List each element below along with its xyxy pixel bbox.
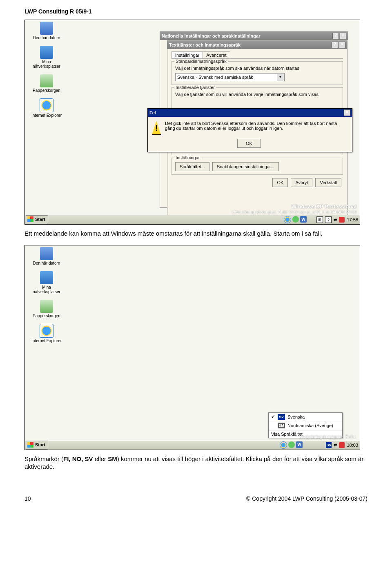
tab-settings[interactable]: Inställningar bbox=[172, 51, 203, 58]
icon-label: Internet Explorer bbox=[28, 339, 65, 343]
desktop-icon-computer[interactable]: Den här datorn bbox=[28, 22, 65, 40]
menu-label: Visa Språkfältet bbox=[271, 432, 303, 437]
check-icon: ✔ bbox=[271, 414, 276, 419]
icon-label: Papperskorgen bbox=[28, 88, 65, 93]
network-icon bbox=[40, 46, 53, 59]
network-icon bbox=[40, 271, 53, 284]
lang-badge-sv: SV bbox=[278, 414, 285, 420]
icon-label: Den här datorn bbox=[28, 36, 65, 40]
copyright: © Copyright 2004 LWP Consulting (2005-03… bbox=[246, 495, 368, 502]
bin-icon bbox=[40, 74, 53, 87]
watermark-sub: Utvärderingsexemplar. Build. bbox=[299, 434, 356, 439]
desktop-icon-ie[interactable]: Internet Explorer bbox=[28, 98, 65, 118]
lang-badge-sm: SM bbox=[278, 423, 285, 428]
desktop-icon-network[interactable]: Mina nätverksplatser bbox=[28, 271, 65, 294]
taskbar[interactable]: Start W ⊞ ? ⇄ 17:58 bbox=[25, 215, 360, 224]
computer-icon bbox=[40, 247, 53, 260]
tray-icon[interactable]: ? bbox=[325, 216, 332, 223]
desktop-icon-bin[interactable]: Papperskorgen bbox=[28, 300, 65, 318]
tab-advanced[interactable]: Avancerat bbox=[203, 51, 230, 58]
ie-icon bbox=[40, 98, 53, 112]
computer-icon bbox=[40, 22, 53, 35]
apply-button[interactable]: Verkställ bbox=[315, 178, 341, 187]
legend-installed: Installerade tjänster bbox=[174, 85, 216, 90]
start-button[interactable]: Start bbox=[26, 441, 48, 450]
paragraph-2: Språkmarkör (FI, NO, SV eller SM) kommer… bbox=[24, 455, 368, 471]
tray-icon[interactable]: ⇄ bbox=[334, 443, 337, 447]
tray-icon[interactable] bbox=[288, 441, 295, 448]
desktop-icon-network[interactable]: Mina nätverksplatser bbox=[28, 46, 65, 69]
cancel-button[interactable]: Avbryt bbox=[291, 178, 312, 187]
watermark-title: Windows XP Professional bbox=[232, 203, 356, 209]
watermark-sub: Utvärderingsexemplar. Build 2600.xpsp_sp… bbox=[232, 209, 356, 214]
taskbar[interactable]: Start W SV ⇄ 18:03 bbox=[25, 440, 360, 450]
shield-icon[interactable] bbox=[339, 217, 345, 223]
tray-clock: 17:58 bbox=[347, 217, 358, 222]
language-bar-button[interactable]: Språkfältet... bbox=[175, 162, 209, 171]
watermark: Windows XP Professional Utvärderingsexem… bbox=[232, 203, 356, 214]
window-title: Texttjänster och inmatningsspråk bbox=[169, 42, 241, 47]
shortcut-settings-button[interactable]: Snabbtangentsinställningar... bbox=[212, 162, 279, 171]
default-language-combo[interactable]: Svenska - Svensk med samiska språk ▾ bbox=[175, 73, 285, 81]
shield-icon[interactable] bbox=[339, 442, 345, 448]
screenshot-1: Den här datorn Mina nätverksplatser Papp… bbox=[24, 20, 360, 225]
ok-button[interactable]: OK bbox=[272, 178, 288, 187]
installed-desc: Välj de tjänster som du vill använda för… bbox=[175, 92, 339, 97]
default-lang-desc: Välj det inmatningsspråk som ska använda… bbox=[175, 66, 339, 71]
bin-icon bbox=[40, 300, 53, 313]
dialog-title: Fel bbox=[149, 110, 156, 115]
close-button[interactable]: × bbox=[344, 109, 350, 116]
help-button[interactable]: ? bbox=[332, 33, 339, 39]
titlebar[interactable]: Texttjänster och inmatningsspråk ? × bbox=[167, 41, 347, 49]
lang-item-svenska[interactable]: ✔ SV Svenska bbox=[269, 413, 342, 421]
ie-tray-icon[interactable] bbox=[284, 216, 291, 223]
page-number: 10 bbox=[24, 495, 31, 502]
tray-icon[interactable]: W bbox=[296, 441, 303, 448]
doc-header: LWP Consulting R 05/9-1 bbox=[24, 8, 368, 15]
paragraph-1: Ett meddelande kan komma att Windows mås… bbox=[24, 229, 368, 238]
window-title: Nationella inställningar och språkinstäl… bbox=[162, 33, 260, 38]
help-button[interactable]: ? bbox=[332, 42, 338, 48]
titlebar[interactable]: Fel × bbox=[148, 109, 352, 117]
close-button[interactable]: × bbox=[340, 33, 346, 39]
legend-default-lang: Standardinmatningsspråk bbox=[174, 59, 228, 64]
tray-icon[interactable]: ⇄ bbox=[334, 218, 337, 222]
legend-settings: Inställningar bbox=[174, 155, 201, 160]
error-text: Det gick inte att ta bort Svenska efters… bbox=[165, 121, 348, 131]
icon-label: Internet Explorer bbox=[28, 113, 65, 118]
warning-icon: ! bbox=[152, 121, 161, 135]
screenshot-2: Den här datorn Mina nätverksplatser Papp… bbox=[24, 245, 360, 450]
error-dialog[interactable]: Fel × ! Det gick inte att ta bort Svensk… bbox=[147, 108, 352, 152]
desktop-icon-ie[interactable]: Internet Explorer bbox=[28, 324, 65, 343]
icon-label: Papperskorgen bbox=[28, 314, 65, 318]
icon-label: Mina nätverksplatser bbox=[28, 60, 65, 69]
tray-icon[interactable] bbox=[292, 216, 299, 223]
titlebar[interactable]: Nationella inställningar och språkinstäl… bbox=[160, 32, 348, 40]
desktop-icon-bin[interactable]: Papperskorgen bbox=[28, 74, 65, 93]
ie-icon bbox=[40, 324, 53, 338]
combo-value: Svenska - Svensk med samiska språk bbox=[177, 75, 253, 80]
lang-item-sami[interactable]: SM Nordsamiska (Sverige) bbox=[269, 421, 342, 430]
close-button[interactable]: × bbox=[339, 42, 345, 48]
tray-clock: 18:03 bbox=[347, 443, 358, 448]
icon-label: Den här datorn bbox=[28, 261, 65, 265]
ie-tray-icon[interactable] bbox=[280, 441, 287, 449]
chevron-down-icon[interactable]: ▾ bbox=[277, 74, 283, 80]
icon-label: Mina nätverksplatser bbox=[28, 285, 65, 294]
ok-button[interactable]: OK bbox=[237, 139, 261, 148]
tray-icon[interactable]: ⊞ bbox=[316, 216, 323, 223]
start-button[interactable]: Start bbox=[26, 215, 48, 224]
language-indicator[interactable]: SV bbox=[326, 442, 332, 448]
lang-label: Svenska bbox=[287, 414, 305, 419]
watermark: Utvärderingsexemplar. Build. bbox=[299, 434, 356, 439]
tray-icon[interactable]: W bbox=[300, 216, 307, 223]
lang-label: Nordsamiska (Sverige) bbox=[287, 423, 333, 428]
desktop-icon-computer[interactable]: Den här datorn bbox=[28, 247, 65, 265]
